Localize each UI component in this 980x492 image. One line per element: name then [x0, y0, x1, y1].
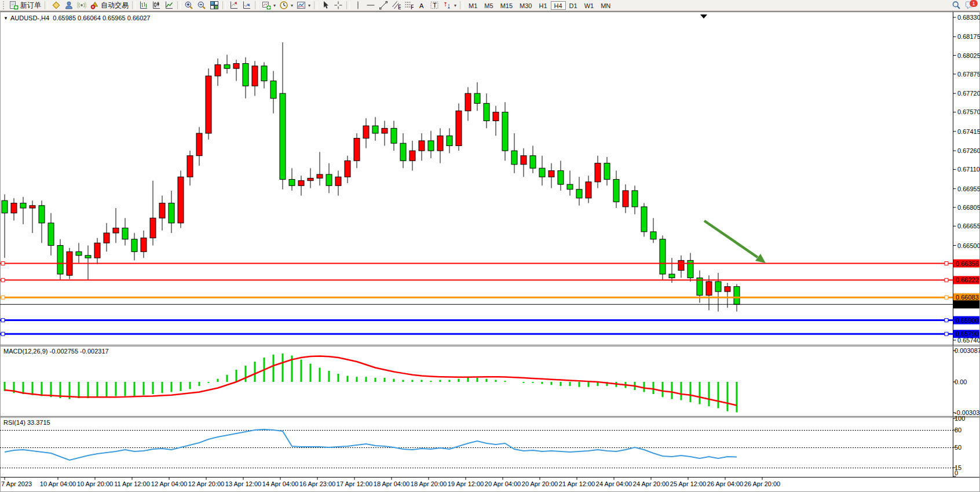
symbol-dropdown-icon[interactable]: ▼ [3, 16, 8, 21]
templates-button[interactable]: ▾ [295, 0, 312, 10]
add-indicator-icon [262, 1, 271, 10]
notification-badge: 1 [969, 0, 978, 8]
trendline-button[interactable] [377, 0, 390, 10]
periods-button[interactable]: ▾ [277, 0, 295, 10]
new-order-button[interactable]: 新订单 [8, 0, 43, 10]
chevron-down-icon[interactable]: ▾ [454, 3, 456, 8]
timeframe-D1[interactable]: D1 [566, 1, 581, 10]
svg-text:0.68175: 0.68175 [957, 33, 980, 40]
terminal-button[interactable] [63, 0, 75, 10]
timeframe-M30[interactable]: M30 [516, 1, 535, 10]
svg-text:20 Apr 20:00: 20 Apr 20:00 [522, 480, 558, 487]
svg-text:10 Apr 20:00: 10 Apr 20:00 [77, 480, 113, 487]
svg-text:0.65900: 0.65900 [956, 317, 979, 324]
svg-text:0.66805: 0.66805 [957, 204, 980, 211]
svg-text:0.67260: 0.67260 [957, 147, 980, 154]
line-chart-button[interactable] [163, 0, 175, 10]
candle-chart-icon [152, 1, 161, 10]
timeframe-M1[interactable]: M1 [465, 1, 481, 10]
zoom-out-button[interactable] [195, 0, 208, 10]
svg-text:0.66222: 0.66222 [956, 276, 979, 283]
arrows-button[interactable]: ▾ [441, 0, 458, 10]
candle-chart-button[interactable] [150, 0, 163, 10]
timeframe-M5[interactable]: M5 [481, 1, 496, 10]
svg-text:20 Apr 04:00: 20 Apr 04:00 [485, 480, 521, 487]
line-handle [945, 332, 948, 336]
search-button[interactable] [950, 0, 962, 10]
signal-button[interactable] [75, 0, 88, 10]
timeframe-H1[interactable]: H1 [535, 1, 550, 10]
cursor-icon [321, 1, 330, 10]
timeframe-W1[interactable]: W1 [581, 1, 598, 10]
chart-frame [1, 12, 980, 492]
svg-text:50: 50 [955, 444, 961, 451]
hline-icon [366, 1, 375, 10]
line-chart-icon [164, 1, 174, 10]
zoom-out-icon [197, 1, 206, 10]
toolbar-grip[interactable] [3, 1, 6, 9]
auto-trading-button[interactable]: 自动交易 [88, 0, 130, 10]
cursor-button[interactable] [319, 0, 332, 10]
svg-text:14 Apr 04:00: 14 Apr 04:00 [262, 480, 298, 487]
separator [460, 1, 463, 9]
separator [177, 1, 181, 9]
svg-text:24 Apr 04:00: 24 Apr 04:00 [596, 480, 632, 487]
periods-icon [279, 1, 288, 10]
svg-text:0.66356: 0.66356 [956, 260, 979, 267]
timeframe-M15[interactable]: M15 [497, 1, 516, 10]
line-handle [1, 262, 5, 265]
tile-windows-icon [210, 1, 219, 10]
svg-text:7 Apr 2023: 7 Apr 2023 [1, 480, 32, 487]
add-indicator-button[interactable]: ▾ [260, 0, 277, 10]
candle [57, 239, 63, 280]
chevron-down-icon[interactable]: ▾ [273, 3, 276, 8]
svg-text:18 Apr 20:00: 18 Apr 20:00 [411, 480, 447, 487]
vline-button[interactable] [352, 0, 364, 10]
svg-text:0.66083: 0.66083 [956, 294, 979, 301]
hline-button[interactable] [364, 0, 377, 10]
crosshair-button[interactable] [332, 0, 345, 10]
crosshair-icon [334, 1, 343, 10]
fibonacci-icon: F [404, 1, 414, 10]
candle [206, 68, 211, 140]
separator [45, 1, 48, 9]
svg-text:0.66500: 0.66500 [957, 242, 980, 249]
chart-canvas[interactable]: 0.683300.681750.680250.678750.677200.675… [0, 11, 980, 492]
symbol-ohlc-text: AUDUSD-,H4 0.65985 0.66064 0.65965 0.660… [10, 14, 151, 21]
fibonacci-button[interactable]: F [403, 0, 415, 10]
svg-text:18 Apr 04:00: 18 Apr 04:00 [374, 480, 409, 487]
text-button[interactable]: A [415, 0, 428, 10]
separator [346, 1, 350, 9]
chevron-down-icon[interactable]: ▾ [291, 3, 293, 8]
indicator-list-button[interactable] [240, 0, 253, 10]
signal-icon [77, 1, 86, 10]
timeframe-H4[interactable]: H4 [551, 1, 566, 10]
macd-indicator-label: MACD(12,26,9) -0.002755 -0.002317 [3, 348, 109, 355]
indicator-list-icon [242, 1, 251, 10]
indicators-button[interactable] [228, 0, 240, 10]
line-handle [945, 296, 948, 299]
chevron-down-icon[interactable]: ▾ [308, 3, 310, 8]
notifications-button[interactable]: 1 [964, 0, 976, 10]
channel-button[interactable]: E [390, 0, 403, 10]
new-order-label: 新订单 [20, 1, 41, 10]
market-watch-button[interactable] [50, 0, 63, 10]
zoom-in-button[interactable] [182, 0, 195, 10]
svg-text:26 Apr 04:00: 26 Apr 04:00 [707, 480, 743, 487]
text-label-icon: T [430, 1, 439, 10]
svg-text:0.68330: 0.68330 [957, 14, 980, 21]
timeframe-MN[interactable]: MN [597, 1, 614, 10]
bar-chart-icon [139, 1, 148, 10]
toolbar-right: 1 [950, 0, 978, 10]
svg-text:F: F [411, 3, 414, 10]
bar-chart-button[interactable] [137, 0, 150, 10]
separator [132, 1, 136, 9]
separator [222, 1, 226, 9]
indicators-icon [229, 1, 239, 10]
auto-trading-label: 自动交易 [101, 1, 129, 10]
line-handle [945, 319, 948, 322]
text-label-button[interactable]: T [428, 0, 441, 10]
tile-windows-button[interactable] [208, 0, 221, 10]
line-handle [945, 262, 948, 265]
text-icon: A [417, 1, 426, 10]
